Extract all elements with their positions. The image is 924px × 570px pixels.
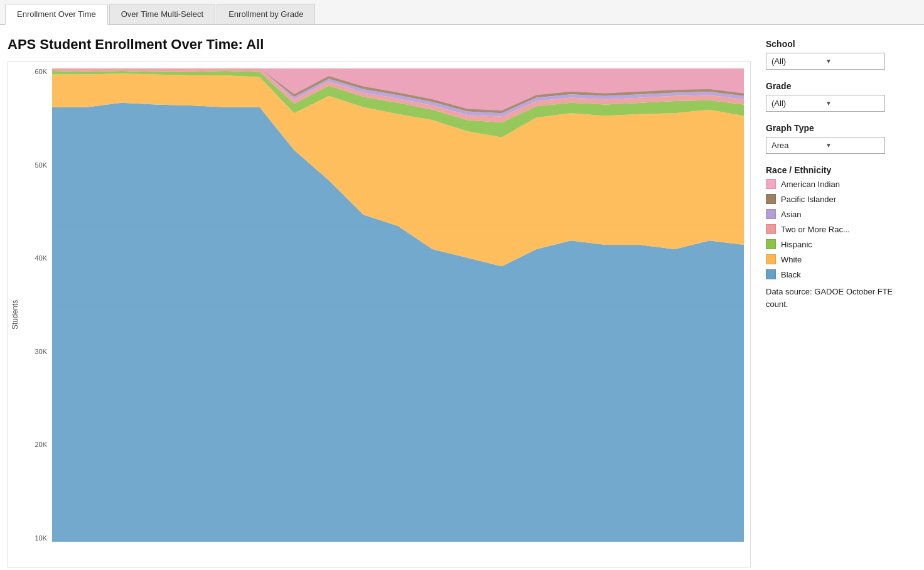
y-axis: 10K 20K 30K 40K 50K 60K <box>24 68 51 542</box>
school-dropdown[interactable]: (All) ▼ <box>766 53 885 70</box>
race-ethnicity-label: Race / Ethnicity <box>766 165 916 175</box>
tab-over-time-multi-select[interactable]: Over Time Multi-Select <box>109 4 215 24</box>
y-tick-10k: 10K <box>35 535 47 542</box>
grade-dropdown-value: (All) <box>771 99 825 108</box>
school-dropdown-value: (All) <box>771 56 825 66</box>
legend-item: American Indian <box>766 179 916 189</box>
legend-label: Hispanic <box>781 240 812 249</box>
school-section: School (All) ▼ <box>766 39 916 70</box>
legend-label: American Indian <box>781 180 840 189</box>
y-tick-40k: 40K <box>35 255 47 262</box>
legend-label: Pacific Islander <box>781 195 836 204</box>
legend: American IndianPacific IslanderAsianTwo … <box>766 179 916 279</box>
chart-inner: 10K 20K 30K 40K 50K 60K <box>24 68 744 561</box>
legend-item: Black <box>766 269 916 279</box>
tab-enrollment-by-grade[interactable]: Enrollment by Grade <box>217 4 315 24</box>
legend-swatch <box>766 179 776 189</box>
school-label: School <box>766 39 916 49</box>
chart-area: APS Student Enrollment Over Time: All St… <box>8 36 751 567</box>
y-tick-30k: 30K <box>35 348 47 355</box>
legend-label: Black <box>781 270 801 279</box>
school-dropdown-arrow: ▼ <box>825 58 879 65</box>
race-ethnicity-section: Race / Ethnicity American IndianPacific … <box>766 165 916 310</box>
legend-item: Two or More Rac... <box>766 224 916 234</box>
legend-item: Pacific Islander <box>766 194 916 204</box>
legend-swatch <box>766 194 776 204</box>
area-chart <box>52 68 744 542</box>
legend-label: Two or More Rac... <box>781 225 850 234</box>
legend-item: White <box>766 254 916 264</box>
grade-dropdown-arrow: ▼ <box>825 100 879 107</box>
legend-label: White <box>781 255 802 264</box>
legend-swatch <box>766 209 776 219</box>
y-axis-label: Students <box>8 68 22 561</box>
graph-type-dropdown-value: Area <box>771 141 825 150</box>
y-tick-20k: 20K <box>35 441 47 448</box>
legend-item: Asian <box>766 209 916 219</box>
chart-title: APS Student Enrollment Over Time: All <box>8 36 751 53</box>
graph-type-dropdown-arrow: ▼ <box>825 142 879 149</box>
legend-label: Asian <box>781 210 802 219</box>
grade-label: Grade <box>766 81 916 91</box>
graph-type-label: Graph Type <box>766 123 916 133</box>
svg-container <box>52 68 744 542</box>
graph-type-dropdown[interactable]: Area ▼ <box>766 137 885 154</box>
legend-item: Hispanic <box>766 239 916 249</box>
legend-swatch <box>766 269 776 279</box>
sidebar: School (All) ▼ Grade (All) ▼ Graph Type … <box>766 36 916 567</box>
grade-dropdown[interactable]: (All) ▼ <box>766 95 885 112</box>
grade-section: Grade (All) ▼ <box>766 81 916 112</box>
chart-wrapper: Students 10K 20K 30K 40K 50K 60K <box>8 62 751 567</box>
legend-swatch <box>766 224 776 234</box>
legend-swatch <box>766 239 776 249</box>
data-source: Data source: GADOE October FTE count. <box>766 286 916 310</box>
y-tick-60k: 60K <box>35 68 47 75</box>
main-container: APS Student Enrollment Over Time: All St… <box>0 25 924 567</box>
legend-swatch <box>766 254 776 264</box>
tab-bar: Enrollment Over Time Over Time Multi-Sel… <box>0 0 924 25</box>
graph-type-section: Graph Type Area ▼ <box>766 123 916 154</box>
y-tick-50k: 50K <box>35 162 47 169</box>
tab-enrollment-over-time[interactable]: Enrollment Over Time <box>5 4 108 25</box>
